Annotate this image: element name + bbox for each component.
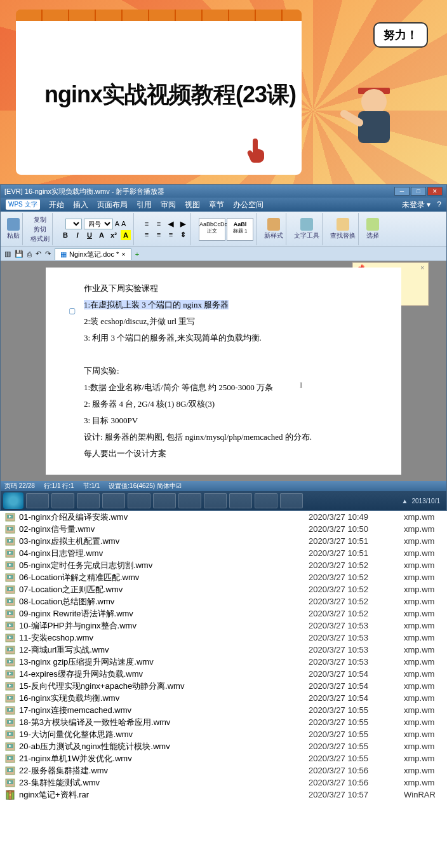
taskbar-item[interactable] (51, 493, 74, 508)
bold-button[interactable]: B (60, 230, 70, 240)
document-canvas[interactable]: 📌 × location详解 ▢ 作业及下周实验课程 1:在虚拟机上装 3 个端… (1, 261, 446, 481)
start-button[interactable] (3, 492, 23, 509)
align-left-icon[interactable]: ≡ (142, 229, 152, 240)
tray-icon[interactable]: ▲ (402, 498, 408, 505)
close-button[interactable]: ✕ (427, 187, 443, 196)
menu-item[interactable]: 审阅 (161, 200, 176, 210)
new-doc-icon[interactable]: ▥ (4, 250, 11, 258)
print-icon[interactable]: ⎙ (27, 250, 32, 258)
menu-item[interactable]: 插入 (73, 200, 88, 210)
menu-item[interactable]: 办公空间 (233, 200, 264, 210)
page-indicator[interactable]: 页码 22/28 (4, 482, 35, 491)
tab-close-icon[interactable]: × (121, 250, 125, 258)
file-name: 11-安装ecshop.wmv (19, 632, 309, 644)
maximize-button[interactable]: □ (411, 187, 426, 196)
bullet-list-icon[interactable]: ≡ (142, 219, 152, 229)
file-date: 2020/3/27 10:55 (309, 705, 404, 715)
format-painter-button[interactable]: 格式刷 (30, 234, 50, 243)
font-size-select[interactable]: 四号 (84, 219, 113, 229)
cut-button[interactable]: 剪切 (34, 225, 46, 234)
minimize-button[interactable]: ─ (394, 187, 410, 196)
text-tool-button[interactable]: 文字工具 (291, 213, 323, 245)
taskbar-item[interactable] (178, 493, 201, 508)
file-row[interactable]: 16-nginx实现负载均衡.wmv2020/3/27 10:54xmp.wm (0, 692, 447, 704)
file-row[interactable]: 12-商城url重写实战.wmv2020/3/27 10:53xmp.wm (0, 644, 447, 656)
underline-button[interactable]: U (84, 230, 95, 240)
taskbar-item[interactable] (102, 493, 125, 508)
file-row[interactable]: 11-安装ecshop.wmv2020/3/27 10:53xmp.wm (0, 632, 447, 644)
taskbar-item[interactable] (26, 493, 49, 508)
indent-right-icon[interactable]: ▶ (178, 219, 188, 229)
file-row[interactable]: 23-集群性能测试.wmv2020/3/27 10:56xmp.wm (0, 776, 447, 789)
file-date: 2020/3/27 10:55 (309, 729, 404, 739)
superscript-button[interactable]: x² (109, 230, 119, 240)
taskbar-item[interactable] (204, 493, 227, 508)
sticky-close-icon[interactable]: × (420, 264, 424, 271)
italic-button[interactable]: I (72, 230, 83, 240)
file-name: 09-nginx Rewrite语法详解.wmv (19, 608, 309, 620)
doc-line: 1:在虚拟机上装 3 个端口的 nginx 服务器 (84, 297, 363, 313)
window-titlebar[interactable]: [EVR] 16-nginx实现负载均衡.wmv - 射手影音播放器 ─ □ ✕ (1, 185, 446, 198)
file-row[interactable]: 03-nginx虚拟主机配置.wmv2020/3/27 10:51xmp.wm (0, 535, 447, 547)
menu-item[interactable]: 开始 (49, 200, 64, 210)
align-center-icon[interactable]: ≡ (154, 229, 164, 240)
login-link[interactable]: 未登录 ▾ (402, 200, 430, 210)
file-row[interactable]: 08-Location总结图解.wmv2020/3/27 10:52xmp.wm (0, 595, 447, 607)
file-row[interactable]: 05-nginx定时任务完成日志切割.wmv2020/3/27 10:52xmp… (0, 559, 447, 571)
font-grow-icon[interactable]: A (115, 220, 119, 227)
app-badge[interactable]: WPS 文字 (6, 200, 40, 210)
file-row[interactable]: 01-nginx介绍及编译安装.wmv2020/3/27 10:49xmp.wm (0, 511, 447, 523)
taskbar-item[interactable] (255, 493, 277, 508)
strike-button[interactable]: A (97, 230, 107, 240)
font-shrink-icon[interactable]: A (121, 220, 126, 227)
taskbar-item[interactable] (280, 493, 303, 508)
taskbar-item[interactable] (153, 493, 176, 508)
file-row[interactable]: 10-编译PHP并与nginx整合.wmv2020/3/27 10:53xmp.… (0, 620, 447, 632)
file-row[interactable]: 14-expires缓存提升网站负载.wmv2020/3/27 10:54xmp… (0, 668, 447, 680)
select-button[interactable]: 选择 (364, 213, 382, 245)
highlight-button[interactable]: A (121, 230, 131, 240)
file-row[interactable]: 02-nginx信号量.wmv2020/3/27 10:50xmp.wm (0, 523, 447, 535)
file-row[interactable]: 15-反向代理实现nginx+apache动静分离.wmv2020/3/27 1… (0, 680, 447, 692)
file-row[interactable]: 17-nginx连接memcached.wmv2020/3/27 10:55xm… (0, 704, 447, 716)
taskbar-item[interactable] (128, 493, 150, 508)
file-row[interactable]: 13-nginx gzip压缩提升网站速度.wmv2020/3/27 10:53… (0, 656, 447, 668)
style-normal[interactable]: AaBbCcDc正文 (199, 218, 225, 241)
number-list-icon[interactable]: ≡ (154, 219, 164, 229)
menu-item[interactable]: 章节 (209, 200, 224, 210)
system-tray[interactable]: ▲ 2013/10/1 (402, 498, 444, 505)
document-tab[interactable]: ▦ Nginx笔记.doc * × (55, 248, 131, 260)
file-row[interactable]: 07-Location之正则匹配.wmv2020/3/27 10:52xmp.w… (0, 583, 447, 595)
file-row[interactable]: 22-服务器集群搭建.wmv2020/3/27 10:56xmp.wm (0, 764, 447, 776)
file-row[interactable]: 19-大访问量优化整体思路.wmv2020/3/27 10:55xmp.wm (0, 728, 447, 740)
menu-item[interactable]: 视图 (185, 200, 200, 210)
style-heading1[interactable]: AaBl标题 1 (227, 218, 253, 241)
paste-group[interactable]: 粘贴 (4, 213, 23, 245)
align-right-icon[interactable]: ≡ (166, 229, 176, 240)
taskbar-item[interactable] (229, 493, 252, 508)
line-spacing-icon[interactable]: ⇕ (178, 229, 188, 240)
undo-icon[interactable]: ↶ (36, 250, 41, 258)
new-tab-button[interactable]: + (135, 250, 139, 258)
file-row[interactable]: 04-nginx日志管理.wmv2020/3/27 10:51xmp.wm (0, 547, 447, 559)
tray-clock[interactable]: 2013/10/1 (412, 498, 441, 505)
document-page[interactable]: ▢ 作业及下周实验课程 1:在虚拟机上装 3 个端口的 nginx 服务器 2:… (46, 268, 401, 475)
file-row[interactable]: 20-ab压力测试及nginx性能统计模块.wmv2020/3/27 10:55… (0, 740, 447, 752)
file-row[interactable]: 06-Location详解之精准匹配.wmv2020/3/27 10:52xmp… (0, 571, 447, 583)
font-family-select[interactable] (65, 219, 82, 229)
copy-button[interactable]: 复制 (34, 215, 46, 224)
file-row[interactable]: 21-nginx单机1W并发优化.wmv2020/3/27 10:55xmp.w… (0, 752, 447, 764)
menu-item[interactable]: 页面布局 (97, 200, 128, 210)
file-row[interactable]: 18-第3方模块编译及一致性哈希应用.wmv2020/3/27 10:55xmp… (0, 716, 447, 728)
redo-icon[interactable]: ↷ (45, 250, 51, 258)
indent-left-icon[interactable]: ◀ (166, 219, 176, 229)
wmv-file-icon (5, 609, 15, 619)
menu-item[interactable]: 引用 (137, 200, 152, 210)
find-replace-button[interactable]: 查找替换 (328, 213, 359, 245)
file-row[interactable]: nginx笔记+资料.rar2020/3/27 10:57WinRAR (0, 789, 447, 801)
new-style-button[interactable]: 新样式 (262, 213, 286, 245)
save-icon[interactable]: 💾 (15, 250, 23, 258)
taskbar-item[interactable] (77, 493, 100, 508)
help-icon[interactable]: ? (437, 200, 441, 209)
file-row[interactable]: 09-nginx Rewrite语法详解.wmv2020/3/27 10:52x… (0, 607, 447, 620)
